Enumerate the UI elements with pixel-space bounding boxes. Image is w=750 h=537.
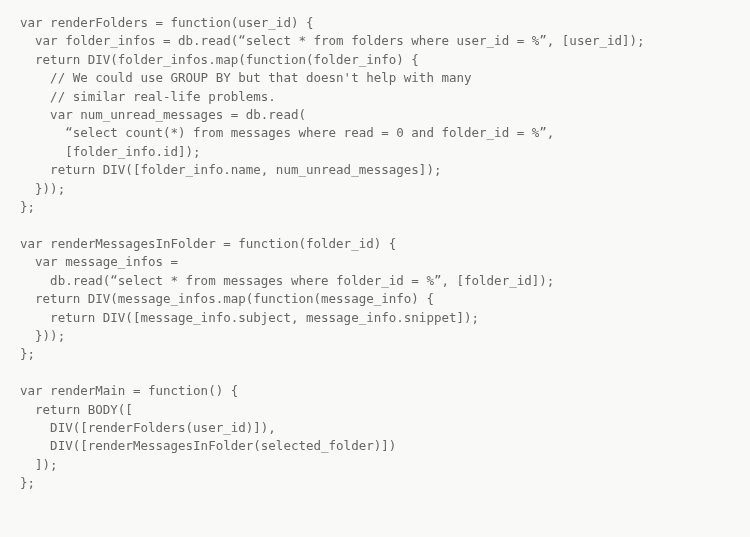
code-content: var renderFolders = function(user_id) { …: [20, 15, 645, 490]
code-block: var renderFolders = function(user_id) { …: [0, 0, 750, 507]
